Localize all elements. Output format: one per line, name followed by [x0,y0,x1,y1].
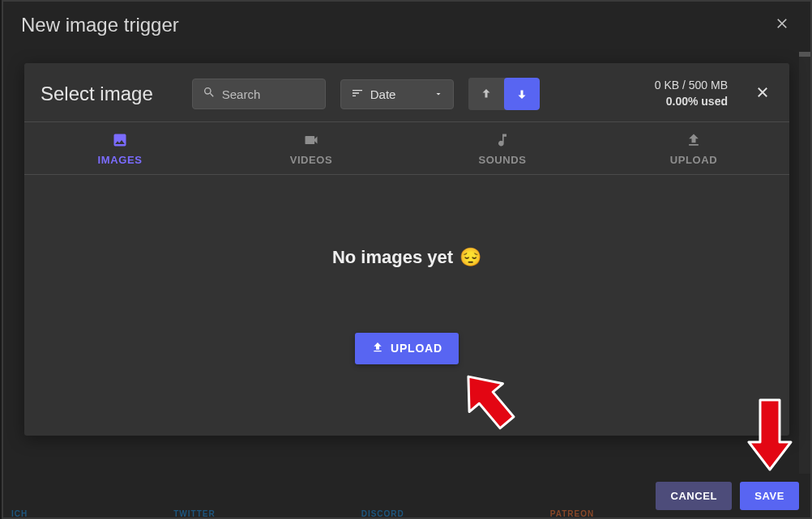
bg-link: ICH [11,509,28,518]
bg-link: DISCORD [361,509,404,518]
sort-label: Date [370,87,396,101]
tab-upload[interactable]: UPLOAD [598,122,789,174]
save-button[interactable]: SAVE [740,482,799,510]
dialog-header: New image trigger [3,2,810,49]
close-icon[interactable] [771,13,793,37]
tab-label: VIDEOS [290,154,333,166]
scrollbar-track[interactable] [799,52,810,483]
scrollbar-thumb[interactable] [799,52,810,57]
dialog-title: New image trigger [21,14,179,36]
cancel-button[interactable]: CANCEL [656,482,732,510]
storage-percent: 0.00% used [655,94,728,110]
storage-info: 0 KB / 500 MB 0.00% used [655,78,728,109]
tab-images[interactable]: IMAGES [24,122,216,174]
empty-text: No images yet [332,247,453,268]
bg-link: PATREON [550,509,594,518]
panel-toolbar: Select image Date [24,63,789,121]
storage-usage: 0 KB / 500 MB [655,78,728,94]
tab-videos[interactable]: VIDEOS [216,122,407,174]
upload-icon [686,132,702,151]
new-image-trigger-dialog: New image trigger Select image Date [2,0,812,519]
music-icon [494,132,511,151]
upload-button[interactable]: UPLOAD [355,333,459,364]
panel-close-icon[interactable] [750,80,775,108]
search-input-container[interactable] [192,79,326,109]
tab-label: IMAGES [98,154,143,166]
select-image-panel: Select image Date [24,63,789,436]
chevron-down-icon [434,87,443,101]
search-icon [203,86,216,102]
empty-state-message: No images yet 😔 [332,247,481,268]
sort-direction-group [468,78,540,110]
sort-dropdown[interactable]: Date [340,79,454,109]
image-icon [112,132,128,151]
sort-ascending-button[interactable] [468,78,504,110]
media-content-area: No images yet 😔 UPLOAD [24,175,789,436]
tab-sounds[interactable]: SOUNDS [407,122,598,174]
sort-descending-button[interactable] [504,78,540,110]
search-input[interactable] [222,87,315,101]
background-social-bar: ICH TWITTER DISCORD PATREON [3,508,810,518]
sort-icon [351,87,364,102]
tab-label: UPLOAD [670,154,718,166]
panel-title: Select image [41,83,153,105]
bg-link: TWITTER [173,509,215,518]
upload-icon [371,341,384,356]
tab-label: SOUNDS [478,154,526,166]
media-tabs: IMAGES VIDEOS SOUNDS UPLOAD [24,121,789,175]
video-icon [303,132,319,151]
upload-button-label: UPLOAD [391,342,442,355]
sad-emoji-icon: 😔 [459,247,481,268]
